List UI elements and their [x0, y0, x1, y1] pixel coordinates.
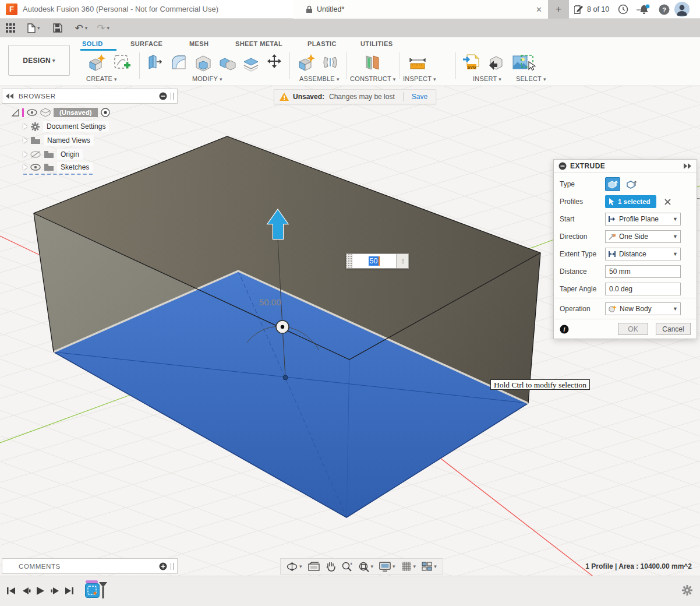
ok-button[interactable]: OK [618, 323, 648, 335]
tab-surface[interactable]: SURFACE [130, 37, 162, 50]
cancel-button[interactable]: Cancel [656, 323, 691, 335]
new-tab-button[interactable]: + [548, 0, 569, 19]
timeline-skip-end-button[interactable] [63, 584, 76, 597]
extrude-type-solid-button[interactable] [605, 177, 620, 191]
version-badge[interactable]: 8 of 10 [574, 0, 609, 19]
dimension-input-field[interactable]: 50 [352, 254, 397, 268]
save-icon[interactable] [50, 20, 66, 36]
collapse-all-icon[interactable] [159, 92, 167, 100]
tab-mesh[interactable]: MESH [189, 37, 208, 50]
browser-item-origin[interactable]: Origin [23, 148, 83, 161]
select-icon[interactable] [517, 51, 539, 73]
create-sketch-icon[interactable] [111, 51, 133, 73]
panel-grip[interactable] [171, 563, 174, 570]
input-options-kebab-icon[interactable]: ⁞⁞ [397, 254, 408, 268]
browser-panel-header[interactable]: BROWSER [2, 89, 178, 104]
input-drag-grip[interactable] [347, 254, 352, 268]
browser-item-document-settings[interactable]: Document Settings [23, 120, 109, 133]
group-construct[interactable]: CONSTRUCT [350, 75, 396, 82]
browser-item-named-views[interactable]: Named Views [23, 134, 94, 147]
group-modify[interactable]: MODIFY [192, 75, 222, 82]
pan-icon[interactable] [323, 559, 338, 573]
avatar[interactable] [674, 2, 690, 17]
extrude-dialog-header[interactable]: EXTRUDE [554, 160, 697, 173]
browser-root-row[interactable]: (Unsaved) [12, 106, 110, 119]
shell-icon[interactable] [192, 51, 214, 73]
tab-plastic[interactable]: PLASTIC [307, 37, 337, 50]
viewport[interactable]: 50.00 TOP FRONT RIGHT Z X Unsaved: Chang… [0, 86, 700, 576]
offset-face-icon[interactable] [240, 51, 262, 73]
panel-grip[interactable] [171, 93, 174, 100]
zoom-icon[interactable]: ± [339, 559, 355, 573]
app-grid-icon[interactable] [2, 20, 19, 36]
group-insert[interactable]: INSERT [473, 75, 501, 82]
new-component-icon[interactable] [295, 51, 317, 73]
collapse-panel-icon[interactable] [6, 93, 14, 99]
operation-dropdown[interactable]: New Body▼ [605, 302, 681, 315]
document-tab[interactable]: Untitled* ✕ [293, 0, 548, 19]
derive-icon[interactable] [485, 51, 507, 73]
measure-icon[interactable] [406, 51, 429, 73]
timeline-position-marker[interactable] [98, 582, 108, 600]
add-comment-icon[interactable] [159, 562, 167, 570]
press-pull-icon[interactable] [143, 51, 165, 73]
combine-icon[interactable] [217, 51, 239, 73]
collapse-dialog-icon[interactable] [558, 162, 567, 170]
group-assemble[interactable]: ASSEMBLE [299, 75, 340, 82]
expander-closed-icon[interactable] [23, 152, 27, 157]
job-status-icon[interactable] [616, 3, 630, 16]
undo-icon[interactable]: ↶ [72, 20, 91, 36]
tab-solid[interactable]: SOLID [82, 37, 103, 50]
direction-dropdown[interactable]: One Side▼ [605, 230, 681, 243]
insert-svg-icon[interactable]: SVG [460, 51, 482, 73]
file-menu-icon[interactable] [24, 20, 44, 36]
distance-input[interactable] [605, 265, 681, 278]
expand-dialog-icon[interactable] [684, 163, 692, 169]
taper-angle-input[interactable] [605, 283, 681, 295]
save-link[interactable]: Save [404, 93, 436, 101]
document-root-label[interactable]: (Unsaved) [54, 108, 98, 117]
look-at-icon[interactable] [306, 559, 322, 573]
display-settings-icon[interactable] [377, 559, 398, 573]
timeline-settings-gear-icon[interactable] [681, 584, 693, 596]
start-dropdown[interactable]: Profile Plane▼ [605, 213, 681, 226]
viewports-icon[interactable] [419, 559, 439, 573]
help-icon[interactable]: ? [657, 3, 671, 16]
construct-plane-icon[interactable] [361, 51, 383, 73]
visibility-eye-icon[interactable] [30, 164, 41, 171]
workspace-selector[interactable]: DESIGN [8, 45, 70, 76]
group-create[interactable]: CREATE [86, 75, 117, 82]
move-icon[interactable] [263, 51, 285, 73]
info-icon[interactable]: i [560, 325, 569, 334]
zoom-window-icon[interactable] [356, 559, 376, 573]
profiles-selected-chip[interactable]: 1 selected [605, 195, 656, 208]
group-inspect[interactable]: INSPECT [403, 75, 436, 82]
timeline-step-forward-button[interactable] [48, 584, 61, 597]
activate-radio-icon[interactable] [101, 108, 110, 117]
visibility-eye-icon[interactable] [27, 109, 37, 116]
eye-off-icon[interactable] [30, 150, 41, 158]
redo-icon[interactable]: ↷ [93, 20, 113, 36]
extrude-type-thin-button[interactable] [624, 177, 639, 191]
expander-closed-icon[interactable] [23, 138, 27, 143]
notifications-bell-icon[interactable] [637, 3, 651, 16]
timeline-step-back-button[interactable] [20, 584, 33, 597]
expander-closed-icon[interactable] [23, 164, 27, 170]
extent-type-dropdown[interactable]: Distance▼ [605, 248, 681, 260]
new-body-icon[interactable] [85, 51, 107, 73]
timeline-sketch-feature[interactable] [85, 583, 100, 598]
clear-selection-icon[interactable] [664, 199, 671, 205]
fillet-icon[interactable] [168, 51, 190, 73]
group-select[interactable]: SELECT [516, 75, 546, 82]
timeline-skip-start-button[interactable] [5, 584, 17, 597]
expander-open-icon[interactable] [12, 109, 19, 117]
tab-utilities[interactable]: UTILITIES [360, 37, 393, 50]
joint-icon[interactable] [319, 51, 341, 73]
grid-snap-icon[interactable] [399, 559, 419, 573]
browser-item-sketches[interactable]: Sketches [23, 162, 93, 175]
tab-close-icon[interactable]: ✕ [536, 5, 542, 14]
timeline-play-button[interactable] [34, 584, 47, 597]
expander-closed-icon[interactable] [23, 124, 27, 129]
dimension-input-widget[interactable]: 50 ⁞⁞ [346, 253, 409, 269]
tab-sheet-metal[interactable]: SHEET METAL [235, 37, 282, 50]
